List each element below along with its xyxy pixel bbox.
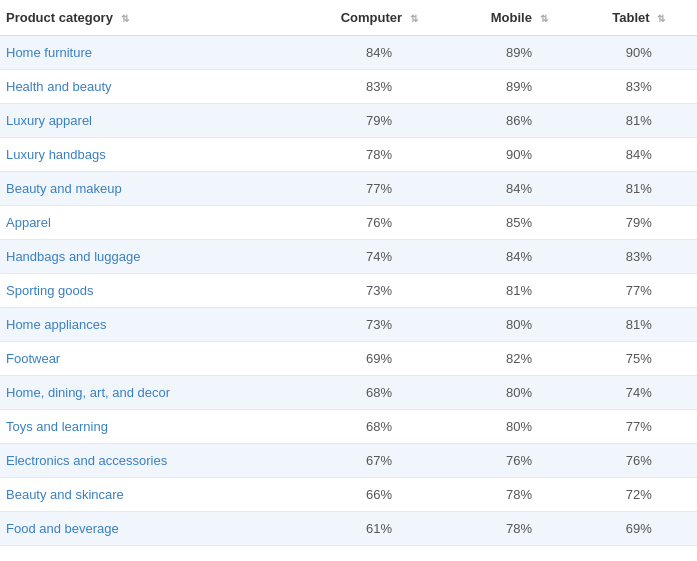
header-mobile[interactable]: Mobile ⇅ <box>458 0 581 36</box>
cell-mobile: 89% <box>458 70 581 104</box>
table-row: Luxury handbags78%90%84% <box>0 138 697 172</box>
cell-category[interactable]: Beauty and skincare <box>0 478 301 512</box>
table-row: Health and beauty83%89%83% <box>0 70 697 104</box>
table-row: Sporting goods73%81%77% <box>0 274 697 308</box>
table-row: Beauty and makeup77%84%81% <box>0 172 697 206</box>
cell-computer: 74% <box>301 240 458 274</box>
cell-tablet: 77% <box>581 410 697 444</box>
cell-category[interactable]: Toys and learning <box>0 410 301 444</box>
table-row: Home furniture84%89%90% <box>0 36 697 70</box>
cell-category[interactable]: Apparel <box>0 206 301 240</box>
table-row: Home appliances73%80%81% <box>0 308 697 342</box>
cell-computer: 69% <box>301 342 458 376</box>
cell-computer: 79% <box>301 104 458 138</box>
cell-tablet: 79% <box>581 206 697 240</box>
cell-computer: 78% <box>301 138 458 172</box>
table-row: Handbags and luggage74%84%83% <box>0 240 697 274</box>
cell-tablet: 74% <box>581 376 697 410</box>
cell-mobile: 90% <box>458 138 581 172</box>
cell-tablet: 90% <box>581 36 697 70</box>
cell-tablet: 83% <box>581 240 697 274</box>
header-computer[interactable]: Computer ⇅ <box>301 0 458 36</box>
cell-category[interactable]: Footwear <box>0 342 301 376</box>
table-row: Footwear69%82%75% <box>0 342 697 376</box>
cell-mobile: 80% <box>458 376 581 410</box>
cell-computer: 61% <box>301 512 458 546</box>
cell-mobile: 78% <box>458 512 581 546</box>
cell-mobile: 80% <box>458 410 581 444</box>
sort-arrows-category[interactable]: ⇅ <box>121 13 129 24</box>
cell-computer: 68% <box>301 410 458 444</box>
cell-category[interactable]: Handbags and luggage <box>0 240 301 274</box>
cell-tablet: 72% <box>581 478 697 512</box>
table-row: Toys and learning68%80%77% <box>0 410 697 444</box>
table-container: Product category ⇅ Computer ⇅ Mobile ⇅ T… <box>0 0 697 546</box>
cell-computer: 68% <box>301 376 458 410</box>
cell-category[interactable]: Home appliances <box>0 308 301 342</box>
cell-computer: 73% <box>301 308 458 342</box>
cell-mobile: 80% <box>458 308 581 342</box>
sort-arrows-mobile[interactable]: ⇅ <box>540 13 548 24</box>
cell-computer: 76% <box>301 206 458 240</box>
table-header-row: Product category ⇅ Computer ⇅ Mobile ⇅ T… <box>0 0 697 36</box>
cell-mobile: 85% <box>458 206 581 240</box>
cell-tablet: 76% <box>581 444 697 478</box>
sort-arrows-computer[interactable]: ⇅ <box>410 13 418 24</box>
cell-category[interactable]: Home furniture <box>0 36 301 70</box>
cell-category[interactable]: Electronics and accessories <box>0 444 301 478</box>
cell-computer: 67% <box>301 444 458 478</box>
cell-computer: 66% <box>301 478 458 512</box>
cell-computer: 83% <box>301 70 458 104</box>
table-row: Apparel76%85%79% <box>0 206 697 240</box>
cell-tablet: 77% <box>581 274 697 308</box>
sort-arrows-tablet[interactable]: ⇅ <box>657 13 665 24</box>
header-category[interactable]: Product category ⇅ <box>0 0 301 36</box>
cell-tablet: 69% <box>581 512 697 546</box>
cell-category[interactable]: Beauty and makeup <box>0 172 301 206</box>
cell-tablet: 81% <box>581 172 697 206</box>
cell-mobile: 78% <box>458 478 581 512</box>
cell-computer: 84% <box>301 36 458 70</box>
cell-computer: 77% <box>301 172 458 206</box>
header-tablet[interactable]: Tablet ⇅ <box>581 0 697 36</box>
cell-mobile: 76% <box>458 444 581 478</box>
cell-category[interactable]: Luxury apparel <box>0 104 301 138</box>
cell-computer: 73% <box>301 274 458 308</box>
table-row: Luxury apparel79%86%81% <box>0 104 697 138</box>
cell-mobile: 82% <box>458 342 581 376</box>
cell-tablet: 75% <box>581 342 697 376</box>
cell-category[interactable]: Sporting goods <box>0 274 301 308</box>
cell-mobile: 84% <box>458 240 581 274</box>
cell-tablet: 84% <box>581 138 697 172</box>
cell-tablet: 81% <box>581 308 697 342</box>
cell-mobile: 89% <box>458 36 581 70</box>
cell-category[interactable]: Luxury handbags <box>0 138 301 172</box>
product-category-table: Product category ⇅ Computer ⇅ Mobile ⇅ T… <box>0 0 697 546</box>
cell-tablet: 81% <box>581 104 697 138</box>
cell-category[interactable]: Health and beauty <box>0 70 301 104</box>
table-row: Electronics and accessories67%76%76% <box>0 444 697 478</box>
cell-category[interactable]: Home, dining, art, and decor <box>0 376 301 410</box>
table-row: Beauty and skincare66%78%72% <box>0 478 697 512</box>
cell-mobile: 84% <box>458 172 581 206</box>
cell-mobile: 81% <box>458 274 581 308</box>
cell-mobile: 86% <box>458 104 581 138</box>
table-row: Food and beverage61%78%69% <box>0 512 697 546</box>
cell-category[interactable]: Food and beverage <box>0 512 301 546</box>
cell-tablet: 83% <box>581 70 697 104</box>
table-row: Home, dining, art, and decor68%80%74% <box>0 376 697 410</box>
